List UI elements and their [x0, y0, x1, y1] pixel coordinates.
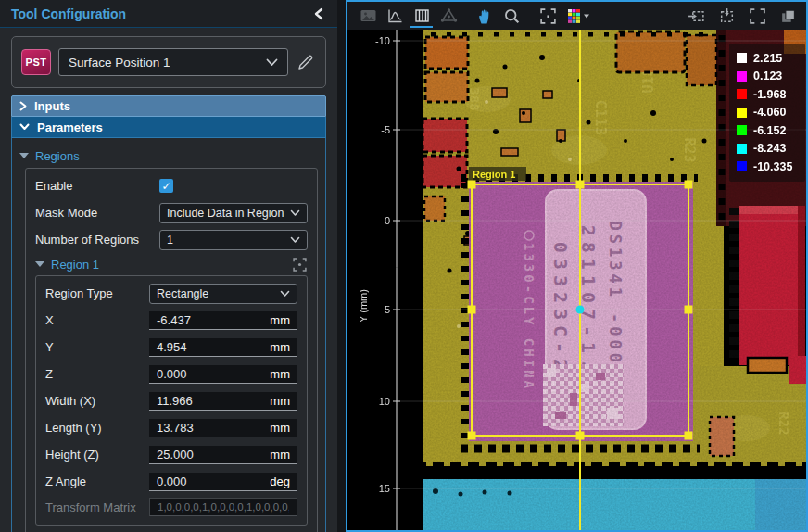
- fit-view-icon: [539, 7, 557, 25]
- chevron-down-icon: [280, 290, 290, 298]
- fit-view-button[interactable]: [537, 4, 559, 28]
- regions-header-label: Regions: [35, 149, 80, 163]
- region-type-label: Region Type: [45, 286, 149, 300]
- legend-swatch: [737, 144, 747, 154]
- height-unit: mm: [270, 448, 290, 462]
- profile-plot-button[interactable]: [384, 4, 406, 28]
- height-legend: 2.215 0.123 -1.968 -4.060 -6.152 -8.243 …: [729, 44, 805, 182]
- region-handle-sw[interactable]: [468, 432, 476, 440]
- triangle-down-icon: [35, 261, 44, 267]
- height-row: Height (Z) 25.000mm: [45, 441, 297, 468]
- layers-button[interactable]: [776, 4, 799, 28]
- region-center-point[interactable]: [576, 306, 585, 314]
- y-unit: mm: [270, 340, 290, 354]
- surface-3d-button[interactable]: [437, 4, 460, 28]
- region-type-value: Rectangle: [157, 287, 208, 300]
- region1-groupbox: Region Type Rectangle X -6.437mm: [35, 275, 308, 526]
- legend-entry: -10.335: [737, 158, 800, 176]
- layers-icon: [779, 7, 797, 25]
- width-unit: mm: [270, 394, 290, 408]
- regions-collapsible[interactable]: Regions: [19, 146, 323, 166]
- region1-collapsible[interactable]: Region 1: [35, 254, 291, 274]
- legend-entry: 2.215: [737, 49, 800, 68]
- y-tick-label: 10: [379, 396, 390, 407]
- z-unit: mm: [270, 367, 290, 381]
- image-view-button[interactable]: [357, 4, 379, 28]
- dock-view-right-button[interactable]: [685, 4, 707, 28]
- z-angle-unit: deg: [270, 475, 290, 488]
- accordion-parameters-label: Parameters: [37, 120, 103, 134]
- chevron-down-icon: [19, 123, 30, 131]
- number-of-regions-row: Number of Regions 1: [35, 226, 308, 253]
- region1-header-label: Region 1: [51, 258, 99, 272]
- surface-3d-icon: [440, 7, 458, 24]
- x-input[interactable]: -6.437mm: [149, 311, 297, 330]
- accordion-inputs[interactable]: Inputs: [11, 95, 326, 117]
- regions-groupbox: Enable ✓ Mask Mode Include Data in Regio…: [25, 168, 318, 532]
- region-handle-w[interactable]: [468, 306, 476, 314]
- legend-entry: -6.152: [737, 121, 800, 140]
- mask-mode-label: Mask Mode: [35, 206, 159, 220]
- fullscreen-button[interactable]: [746, 4, 768, 28]
- accordion-inputs-label: Inputs: [34, 99, 70, 113]
- parameters-section: Regions Enable ✓ Mask Mode Include Data …: [11, 138, 326, 532]
- region-handle-nw[interactable]: [468, 181, 476, 189]
- chevron-down-icon: [290, 209, 300, 217]
- enable-label: Enable: [35, 179, 159, 193]
- y-tick-label: 15: [379, 483, 390, 494]
- length-unit: mm: [270, 421, 290, 435]
- enable-checkbox[interactable]: ✓: [159, 179, 173, 193]
- color-palette-icon: [567, 7, 591, 24]
- heightmap-view-icon: [413, 7, 431, 24]
- image-icon: [360, 7, 377, 24]
- y-axis-title: Y (mm): [358, 289, 369, 323]
- pan-hand-icon: [476, 7, 494, 25]
- heightmap-viewport[interactable]: R23 C113 U18 388 R22 C63: [347, 30, 806, 530]
- locate-region-button[interactable]: [291, 256, 308, 272]
- length-value: 13.783: [157, 421, 194, 435]
- legend-value: -10.335: [753, 160, 792, 173]
- region-handle-se[interactable]: [685, 432, 693, 440]
- enable-row: Enable ✓: [35, 172, 308, 199]
- chevron-left-icon: [313, 7, 324, 20]
- pan-tool-button[interactable]: [473, 4, 496, 28]
- z-input[interactable]: 0.000mm: [149, 365, 297, 384]
- mask-mode-row: Mask Mode Include Data in Region: [35, 199, 308, 226]
- number-of-regions-value: 1: [167, 234, 173, 247]
- viewer-toolbar: [347, 2, 806, 30]
- number-of-regions-label: Number of Regions: [35, 233, 159, 247]
- z-label: Z: [45, 367, 149, 381]
- y-input[interactable]: 4.954mm: [149, 338, 297, 357]
- pencil-icon: [297, 54, 314, 70]
- panel-header: Tool Configuration: [0, 0, 337, 28]
- z-angle-input[interactable]: 0.000deg: [149, 473, 297, 491]
- legend-swatch: [737, 125, 747, 135]
- edit-tool-button[interactable]: [296, 52, 316, 72]
- y-tick-label: 0: [385, 215, 390, 226]
- x-label: X: [45, 313, 149, 327]
- heightmap-view-button[interactable]: [410, 4, 433, 28]
- collapse-panel-button[interactable]: [309, 5, 328, 23]
- y-tick-label: -10: [375, 35, 390, 46]
- colormap-palette-button[interactable]: [563, 4, 595, 28]
- z-angle-value: 0.000: [157, 475, 187, 488]
- region-handle-ne[interactable]: [685, 181, 693, 189]
- region-handle-e[interactable]: [685, 306, 693, 314]
- mask-mode-select[interactable]: Include Data in Region: [159, 203, 308, 223]
- z-angle-label: Z Angle: [45, 475, 149, 488]
- width-input[interactable]: 11.966mm: [149, 392, 297, 411]
- height-input[interactable]: 25.000mm: [149, 446, 297, 464]
- legend-value: 0.123: [753, 70, 782, 82]
- legend-value: -4.060: [753, 106, 786, 119]
- z-row: Z 0.000mm: [45, 361, 297, 387]
- accordion-parameters[interactable]: Parameters: [11, 117, 326, 138]
- legend-value: -1.968: [753, 88, 786, 101]
- number-of-regions-select[interactable]: 1: [159, 230, 308, 250]
- length-input[interactable]: 13.783mm: [149, 419, 297, 437]
- dock-view-down-button[interactable]: [715, 4, 738, 28]
- fullscreen-icon: [749, 7, 766, 25]
- zoom-tool-button[interactable]: [500, 4, 523, 28]
- surface-viewer-panel: R23 C113 U18 388 R22 C63: [346, 0, 808, 532]
- region-type-select[interactable]: Rectangle: [149, 284, 297, 304]
- tool-select-dropdown[interactable]: Surface Position 1: [58, 48, 288, 76]
